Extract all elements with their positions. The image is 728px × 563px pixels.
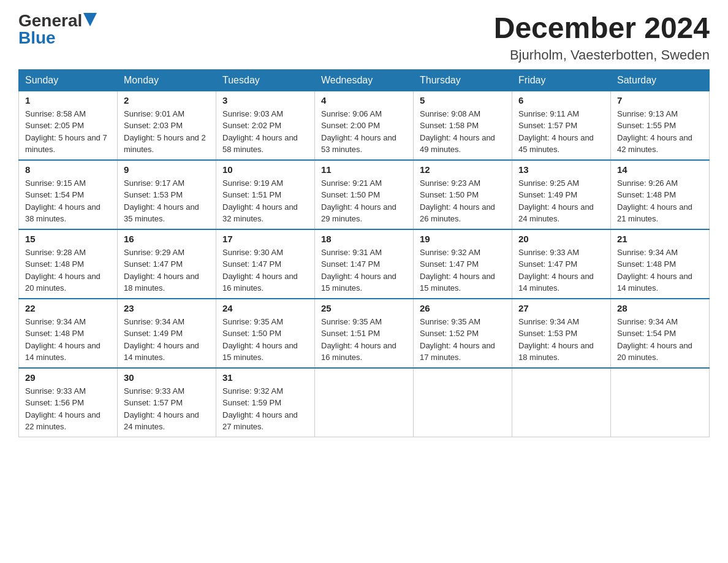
weekday-header-sunday: Sunday [19,69,118,91]
day-number: 23 [124,303,210,313]
day-number: 26 [420,303,506,313]
weekday-header-friday: Friday [512,69,611,91]
calendar-cell: 25Sunrise: 9:35 AMSunset: 1:51 PMDayligh… [315,299,414,368]
title-section: December 2024 Bjurholm, Vaesterbotten, S… [494,12,710,63]
calendar-week-row: 29Sunrise: 9:33 AMSunset: 1:56 PMDayligh… [19,368,710,437]
day-number: 3 [222,95,308,105]
day-info: Sunrise: 8:58 AMSunset: 2:05 PMDaylight:… [25,108,111,156]
calendar-cell: 7Sunrise: 9:13 AMSunset: 1:55 PMDaylight… [611,91,710,160]
calendar-cell: 15Sunrise: 9:28 AMSunset: 1:48 PMDayligh… [19,229,118,299]
day-info: Sunrise: 9:33 AMSunset: 1:56 PMDaylight:… [25,385,111,433]
day-info: Sunrise: 9:01 AMSunset: 2:03 PMDaylight:… [124,108,210,156]
day-number: 17 [222,234,308,244]
calendar-cell: 17Sunrise: 9:30 AMSunset: 1:47 PMDayligh… [216,229,315,299]
day-number: 10 [222,164,308,175]
day-info: Sunrise: 9:29 AMSunset: 1:47 PMDaylight:… [124,247,210,294]
calendar-cell: 30Sunrise: 9:33 AMSunset: 1:57 PMDayligh… [118,368,216,437]
weekday-header-tuesday: Tuesday [216,69,315,91]
day-number: 21 [617,234,703,244]
day-info: Sunrise: 9:33 AMSunset: 1:57 PMDaylight:… [124,385,210,433]
day-info: Sunrise: 9:08 AMSunset: 1:58 PMDaylight:… [420,108,506,156]
weekday-header-monday: Monday [118,69,216,91]
day-number: 18 [321,234,407,244]
day-info: Sunrise: 9:34 AMSunset: 1:53 PMDaylight:… [518,316,604,364]
day-number: 8 [25,164,111,175]
calendar-cell [512,368,611,437]
day-number: 12 [420,164,506,175]
day-info: Sunrise: 9:11 AMSunset: 1:57 PMDaylight:… [518,108,604,156]
calendar-cell: 2Sunrise: 9:01 AMSunset: 2:03 PMDaylight… [118,91,216,160]
day-number: 29 [25,372,111,383]
day-info: Sunrise: 9:34 AMSunset: 1:48 PMDaylight:… [25,316,111,364]
day-number: 13 [518,164,604,175]
day-number: 28 [617,303,703,313]
calendar-cell: 13Sunrise: 9:25 AMSunset: 1:49 PMDayligh… [512,160,611,229]
weekday-header-wednesday: Wednesday [315,69,414,91]
day-number: 11 [321,164,407,175]
day-info: Sunrise: 9:17 AMSunset: 1:53 PMDaylight:… [124,177,210,225]
calendar-cell: 10Sunrise: 9:19 AMSunset: 1:51 PMDayligh… [216,160,315,229]
day-info: Sunrise: 9:25 AMSunset: 1:49 PMDaylight:… [518,177,604,225]
calendar-cell: 16Sunrise: 9:29 AMSunset: 1:47 PMDayligh… [118,229,216,299]
calendar-cell [315,368,414,437]
day-number: 7 [617,95,703,105]
day-info: Sunrise: 9:35 AMSunset: 1:50 PMDaylight:… [222,316,308,364]
day-info: Sunrise: 9:32 AMSunset: 1:47 PMDaylight:… [420,247,506,294]
calendar-cell: 22Sunrise: 9:34 AMSunset: 1:48 PMDayligh… [19,299,118,368]
day-number: 1 [25,95,111,105]
calendar-cell: 4Sunrise: 9:06 AMSunset: 2:00 PMDaylight… [315,91,414,160]
calendar-cell: 11Sunrise: 9:21 AMSunset: 1:50 PMDayligh… [315,160,414,229]
calendar-cell: 19Sunrise: 9:32 AMSunset: 1:47 PMDayligh… [414,229,512,299]
day-number: 16 [124,234,210,244]
svg-marker-0 [83,13,97,26]
calendar-cell: 31Sunrise: 9:32 AMSunset: 1:59 PMDayligh… [216,368,315,437]
day-info: Sunrise: 9:32 AMSunset: 1:59 PMDaylight:… [222,385,308,433]
day-number: 22 [25,303,111,313]
day-number: 20 [518,234,604,244]
calendar-cell: 24Sunrise: 9:35 AMSunset: 1:50 PMDayligh… [216,299,315,368]
weekday-header-thursday: Thursday [414,69,512,91]
day-number: 27 [518,303,604,313]
calendar-cell: 1Sunrise: 8:58 AMSunset: 2:05 PMDaylight… [19,91,118,160]
calendar-header: SundayMondayTuesdayWednesdayThursdayFrid… [19,69,710,91]
calendar-cell: 3Sunrise: 9:03 AMSunset: 2:02 PMDaylight… [216,91,315,160]
day-info: Sunrise: 9:26 AMSunset: 1:48 PMDaylight:… [617,177,703,225]
day-number: 4 [321,95,407,105]
calendar-cell: 21Sunrise: 9:34 AMSunset: 1:48 PMDayligh… [611,229,710,299]
calendar-week-row: 8Sunrise: 9:15 AMSunset: 1:54 PMDaylight… [19,160,710,229]
day-info: Sunrise: 9:06 AMSunset: 2:00 PMDaylight:… [321,108,407,156]
day-info: Sunrise: 9:15 AMSunset: 1:54 PMDaylight:… [25,177,111,225]
day-number: 30 [124,372,210,383]
day-number: 19 [420,234,506,244]
day-info: Sunrise: 9:21 AMSunset: 1:50 PMDaylight:… [321,177,407,225]
day-info: Sunrise: 9:34 AMSunset: 1:49 PMDaylight:… [124,316,210,364]
calendar-cell: 27Sunrise: 9:34 AMSunset: 1:53 PMDayligh… [512,299,611,368]
calendar-cell: 26Sunrise: 9:35 AMSunset: 1:52 PMDayligh… [414,299,512,368]
calendar-week-row: 15Sunrise: 9:28 AMSunset: 1:48 PMDayligh… [19,229,710,299]
calendar-body: 1Sunrise: 8:58 AMSunset: 2:05 PMDaylight… [19,91,710,437]
weekday-header-row: SundayMondayTuesdayWednesdayThursdayFrid… [19,69,710,91]
calendar-cell [611,368,710,437]
weekday-header-saturday: Saturday [611,69,710,91]
calendar-week-row: 22Sunrise: 9:34 AMSunset: 1:48 PMDayligh… [19,299,710,368]
calendar-cell: 18Sunrise: 9:31 AMSunset: 1:47 PMDayligh… [315,229,414,299]
day-info: Sunrise: 9:34 AMSunset: 1:48 PMDaylight:… [617,247,703,294]
calendar-cell: 5Sunrise: 9:08 AMSunset: 1:58 PMDaylight… [414,91,512,160]
day-number: 5 [420,95,506,105]
day-info: Sunrise: 9:30 AMSunset: 1:47 PMDaylight:… [222,247,308,294]
month-year-title: December 2024 [494,12,710,45]
day-number: 15 [25,234,111,244]
day-info: Sunrise: 9:35 AMSunset: 1:52 PMDaylight:… [420,316,506,364]
day-info: Sunrise: 9:23 AMSunset: 1:50 PMDaylight:… [420,177,506,225]
calendar-cell: 6Sunrise: 9:11 AMSunset: 1:57 PMDaylight… [512,91,611,160]
calendar-cell: 9Sunrise: 9:17 AMSunset: 1:53 PMDaylight… [118,160,216,229]
calendar-cell: 28Sunrise: 9:34 AMSunset: 1:54 PMDayligh… [611,299,710,368]
location-subtitle: Bjurholm, Vaesterbotten, Sweden [494,47,710,63]
day-number: 2 [124,95,210,105]
calendar-cell: 14Sunrise: 9:26 AMSunset: 1:48 PMDayligh… [611,160,710,229]
logo-general-text: General [18,12,82,29]
calendar-cell: 29Sunrise: 9:33 AMSunset: 1:56 PMDayligh… [19,368,118,437]
calendar-cell: 23Sunrise: 9:34 AMSunset: 1:49 PMDayligh… [118,299,216,368]
page-header: General Blue December 2024 Bjurholm, Vae… [18,12,710,63]
day-info: Sunrise: 9:13 AMSunset: 1:55 PMDaylight:… [617,108,703,156]
